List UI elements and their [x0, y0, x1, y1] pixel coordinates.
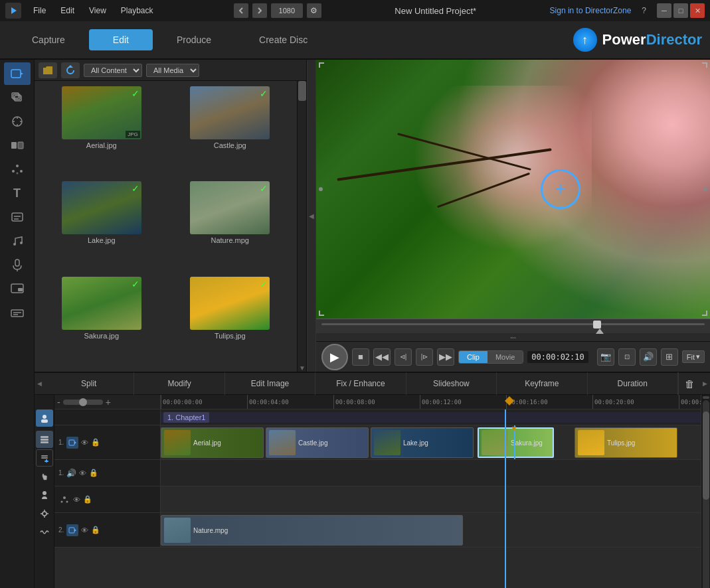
tab-capture[interactable]: Capture — [8, 29, 89, 50]
video-track-2-lock-icon[interactable]: 🔒 — [91, 526, 100, 534]
video-track-1-eye-icon[interactable]: 👁 — [81, 439, 88, 447]
media-item-lake[interactable]: ✓ Lake.jpg — [40, 181, 163, 271]
add-to-timeline-btn[interactable]: + — [541, 169, 580, 209]
delete-btn[interactable]: 🗑 — [678, 372, 701, 396]
effects-track-eye-icon[interactable]: 👁 — [73, 496, 80, 504]
media-item-sakura[interactable]: ✓ Sakura.jpg — [40, 277, 163, 366]
screenshot-btn[interactable]: 📷 — [597, 348, 614, 366]
timeline-expand-right-btn[interactable]: ▶ — [701, 380, 710, 387]
sidebar-icon-subtitles[interactable] — [4, 206, 31, 228]
menu-playback[interactable]: Playback — [114, 3, 160, 18]
sidebar-icon-media[interactable] — [4, 86, 31, 109]
sidebar-icon-voice[interactable] — [4, 254, 31, 276]
timeline-expand-left-btn[interactable]: ◀ — [35, 380, 44, 387]
timeline-ruler[interactable]: 00:00:00:00 00:00:04:00 00:00:08:00 00:0… — [161, 395, 701, 409]
clip-aerial[interactable]: Aerial.jpg — [161, 427, 264, 458]
audio-track-lock-icon[interactable]: 🔒 — [89, 469, 98, 477]
split-btn[interactable]: Split — [44, 372, 134, 396]
tab-edit[interactable]: Edit — [89, 29, 153, 50]
media-item-castle[interactable]: ✓ Castle.jpg — [169, 86, 292, 176]
audio-track-volume-icon[interactable]: 🔊 — [66, 469, 76, 478]
media-type-filter-select[interactable]: All Media — [146, 64, 199, 77]
vscroll-track[interactable] — [703, 400, 709, 588]
media-item-nature[interactable]: ✓ Nature.mpg — [169, 181, 292, 271]
toolbar-back-btn[interactable] — [234, 3, 248, 18]
track-view-icon[interactable] — [36, 431, 53, 448]
fit-dropdown[interactable]: Fit ▾ — [682, 350, 705, 363]
zoom-minus-btn[interactable]: - — [57, 397, 60, 407]
toolbar-forward-btn[interactable] — [252, 3, 267, 18]
vscroll-up-btn[interactable] — [703, 396, 709, 399]
frame-forward-btn[interactable]: |⊳ — [416, 348, 433, 366]
effects-track-lock-icon[interactable]: 🔒 — [83, 495, 92, 504]
tab-produce[interactable]: Produce — [153, 29, 235, 50]
video-track-2-type-icon[interactable] — [66, 524, 78, 536]
rewind-btn[interactable]: ◀◀ — [373, 348, 391, 366]
fix-enhance-btn[interactable]: Fix / Enhance — [315, 372, 406, 396]
hand-tool-icon[interactable] — [36, 468, 53, 485]
media-scrollbar[interactable]: ▼ — [297, 81, 306, 372]
keyframe-btn[interactable]: Keyframe — [497, 372, 587, 396]
grid-btn[interactable]: ⊞ — [661, 348, 678, 366]
close-btn[interactable]: ✕ — [690, 3, 705, 18]
sidebar-icon-effects[interactable] — [4, 110, 31, 133]
edit-image-btn[interactable]: Edit Image — [225, 372, 315, 396]
menu-file[interactable]: File — [27, 3, 52, 18]
fast-forward-btn[interactable]: ▶▶ — [437, 348, 454, 366]
wave-tool-icon[interactable] — [36, 524, 53, 541]
zoom-slider[interactable] — [63, 400, 103, 405]
sidebar-icon-particles[interactable] — [4, 158, 31, 181]
person-track-icon[interactable] — [36, 486, 53, 504]
slideshow-btn[interactable]: Slideshow — [406, 372, 497, 396]
volume-btn[interactable]: 🔊 — [640, 348, 657, 366]
magic-tool-icon[interactable] — [36, 505, 53, 522]
sidebar-icon-video[interactable] — [4, 62, 31, 85]
vscroll-thumb[interactable] — [703, 411, 709, 500]
panel-collapse-btn[interactable]: ◀ — [307, 60, 316, 372]
clip-nature[interactable]: Nature.mpg — [161, 515, 463, 546]
clip-castle[interactable]: Castle.jpg — [266, 427, 369, 458]
maximize-btn[interactable]: □ — [673, 3, 688, 18]
ruler-mark-0: 00:00:00:00 — [161, 395, 203, 409]
tab-create-disc[interactable]: Create Disc — [235, 29, 331, 50]
zoom-plus-btn[interactable]: + — [106, 397, 111, 407]
sidebar-icon-music[interactable] — [4, 230, 31, 252]
minimize-btn[interactable]: ─ — [657, 3, 671, 18]
sign-in-link[interactable]: Sign in to DirectorZone — [550, 6, 632, 15]
play-btn[interactable]: ▶ — [321, 344, 348, 370]
preview-scrubber-thumb[interactable] — [593, 321, 601, 329]
clip-tulips[interactable]: Tulips.jpg — [575, 427, 677, 458]
video-track-2-eye-icon[interactable]: 👁 — [81, 526, 88, 534]
media-item-tulips[interactable]: ✓ Tulips.jpg — [169, 277, 292, 366]
timeline-vscrollbar[interactable] — [701, 395, 710, 588]
add-video-track-btn[interactable] — [36, 449, 53, 467]
clip-btn[interactable]: Clip — [459, 351, 488, 363]
refresh-icon[interactable] — [61, 62, 80, 78]
sidebar-icon-text[interactable]: T — [4, 182, 31, 204]
menu-view[interactable]: View — [82, 3, 113, 18]
preview-scrubber-bar[interactable] — [316, 319, 710, 333]
media-scroll-down-btn[interactable]: ▼ — [299, 364, 306, 372]
voiceover-btn[interactable]: ⊡ — [618, 348, 636, 366]
stop-btn[interactable]: ■ — [352, 348, 369, 366]
sidebar-icon-captions[interactable] — [4, 301, 31, 324]
video-track-1-lock-icon[interactable]: 🔒 — [91, 438, 100, 447]
sidebar-icon-pip[interactable] — [4, 277, 31, 300]
zoom-slider-thumb[interactable] — [79, 398, 87, 406]
media-item-aerial[interactable]: ✓ JPG Aerial.jpg — [40, 86, 163, 176]
modify-btn[interactable]: Modify — [134, 372, 224, 396]
settings-btn[interactable]: ⚙ — [307, 3, 321, 18]
media-scroll-thumb[interactable] — [298, 81, 306, 101]
menu-edit[interactable]: Edit — [54, 3, 81, 18]
clip-lake[interactable]: Lake.jpg — [371, 427, 474, 458]
content-filter-select[interactable]: All Content — [84, 64, 142, 77]
frame-back-btn[interactable]: ⊲| — [395, 348, 412, 366]
media-room-icon[interactable] — [36, 409, 53, 427]
audio-track-eye-icon[interactable]: 👁 — [79, 469, 86, 477]
duration-btn[interactable]: Duration — [588, 372, 678, 396]
sidebar-icon-transitions[interactable] — [4, 134, 31, 157]
video-track-1-type-icon[interactable] — [66, 437, 78, 449]
movie-btn[interactable]: Movie — [488, 351, 523, 363]
folder-icon[interactable] — [39, 62, 57, 78]
help-btn[interactable]: ? — [642, 6, 646, 15]
